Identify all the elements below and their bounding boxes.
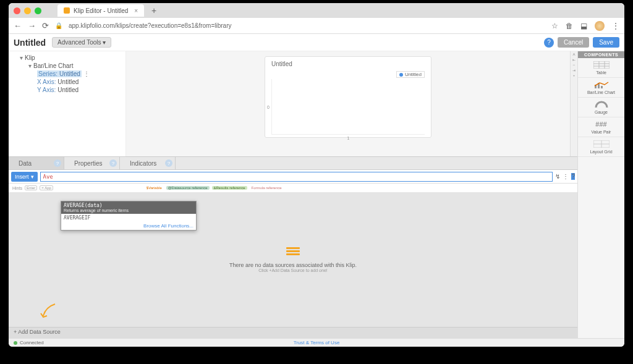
url-text[interactable]: app.klipfolio.com/klips/create?execution… xyxy=(69,22,545,29)
tab-indicators[interactable]: Indicators? xyxy=(120,157,176,169)
datasource-hint: @Datasource reference xyxy=(166,186,210,190)
connection-status: Connected xyxy=(20,340,44,345)
window-titlebar: Klip Editor - Untitled × + xyxy=(9,3,624,18)
profile-avatar[interactable] xyxy=(595,21,605,31)
forward-icon[interactable]: → xyxy=(28,21,36,30)
datasource-hint-text: Click +Add Data Source to add one! xyxy=(258,268,327,273)
svg-rect-7 xyxy=(601,86,603,88)
close-window-icon[interactable] xyxy=(14,7,20,14)
cancel-button[interactable]: Cancel xyxy=(558,37,589,48)
formula-menu-icon[interactable]: ⋮ xyxy=(563,173,569,180)
layoutgrid-icon xyxy=(592,140,611,148)
formula-help-icon[interactable]: ? xyxy=(571,173,575,180)
table-icon xyxy=(592,61,611,69)
favicon xyxy=(64,7,70,14)
new-tab-icon[interactable]: + xyxy=(151,6,156,15)
extension-icon[interactable]: ⬓ xyxy=(580,22,587,30)
component-layoutgrid[interactable]: Layout Grid xyxy=(578,137,624,157)
variable-hint: $Variable xyxy=(145,186,164,190)
minimize-window-icon[interactable] xyxy=(24,7,31,14)
advanced-tools-button[interactable]: Advanced Tools ▾ xyxy=(52,37,111,48)
apply-hint: = App xyxy=(40,185,53,190)
datasource-icon xyxy=(286,247,300,258)
align-center-icon[interactable]: ↔ xyxy=(572,63,576,67)
component-table[interactable]: Table xyxy=(578,58,624,78)
gauge-icon xyxy=(592,100,611,109)
datasource-empty-text: There are no data sources associated wit… xyxy=(229,262,357,268)
url-bar: ← → ⟳ 🔒 app.klipfolio.com/klips/create?e… xyxy=(9,18,624,34)
enter-key-hint: Enter xyxy=(25,185,37,190)
tree-barline[interactable]: ▾Bar/Line Chart xyxy=(12,62,122,70)
component-gauge[interactable]: Gauge xyxy=(578,98,624,117)
tree-klip[interactable]: ▾Klip xyxy=(12,54,122,62)
add-datasource-button[interactable]: + Add Data Source xyxy=(9,327,577,338)
lock-icon: 🔒 xyxy=(55,22,62,29)
klip-title[interactable]: Untitled xyxy=(14,38,46,48)
browser-tab[interactable]: Klip Editor - Untitled × xyxy=(57,4,144,17)
align-right-icon[interactable]: ⇥ xyxy=(572,68,576,72)
y-tick: 0 xyxy=(267,104,270,109)
browse-functions-link[interactable]: Browse All Functions... xyxy=(61,222,196,230)
panel-tabs: Data? Properties? Indicators? xyxy=(9,156,577,170)
chart-plot: 0 1 xyxy=(271,79,425,135)
expand-icon[interactable]: + xyxy=(573,74,576,77)
connection-dot-icon xyxy=(14,341,17,345)
menu-icon[interactable]: ⋮ xyxy=(612,22,619,30)
component-barline[interactable]: Bar/Line Chart xyxy=(578,78,624,98)
align-tools: A ⇤ ↔ ⇥ + xyxy=(570,51,577,156)
component-valuepair[interactable]: ### Value Pair xyxy=(578,117,624,137)
maximize-window-icon[interactable] xyxy=(35,7,41,14)
align-left-icon[interactable]: ⇤ xyxy=(572,57,576,62)
svg-rect-0 xyxy=(593,61,610,69)
tab-title: Klip Editor - Untitled xyxy=(74,7,128,14)
close-tab-icon[interactable]: × xyxy=(134,7,138,14)
back-icon[interactable]: ← xyxy=(14,21,22,30)
chart-legend[interactable]: Untitled xyxy=(396,71,425,78)
components-header: COMPONENTS xyxy=(578,51,624,58)
chart-preview: Untitled Untitled 0 1 xyxy=(265,56,431,138)
tree-series[interactable]: Series: Untitled ⋮ xyxy=(12,70,122,78)
app-toolbar: Untitled Advanced Tools ▾ ? Cancel Save xyxy=(9,34,624,51)
formula-hint: Formula reference xyxy=(250,186,284,190)
formula-input[interactable] xyxy=(40,172,553,182)
terms-link[interactable]: Trust & Terms of Use xyxy=(294,340,340,345)
tree-yaxis[interactable]: Y Axis: Untitled xyxy=(12,86,122,94)
help-icon[interactable]: ? xyxy=(544,38,554,48)
barline-icon xyxy=(592,80,611,89)
components-sidebar: COMPONENTS Table Bar/Line Chart Gauge ##… xyxy=(577,51,624,338)
trash-icon[interactable]: 🗑 xyxy=(566,22,573,30)
component-tree: ▾Klip ▾Bar/Line Chart Series: Untitled ⋮… xyxy=(9,51,126,156)
formula-action-icon[interactable]: ↯ xyxy=(555,173,560,180)
formula-bar: Insert ▾ ↯ ⋮ ? xyxy=(9,170,577,184)
insert-button[interactable]: Insert ▾ xyxy=(11,172,38,182)
hint-bar: Hints Enter = App $Variable @Datasource … xyxy=(9,184,577,192)
hints-label: Hints xyxy=(12,186,22,190)
status-bar: Connected Trust & Terms of Use xyxy=(9,338,624,347)
autocomplete-popup: AVERAGE(data) Returns average of numeric… xyxy=(61,201,197,231)
chart-title: Untitled xyxy=(271,61,425,70)
tab-data[interactable]: Data? xyxy=(9,157,64,169)
align-a-icon[interactable]: A xyxy=(572,53,575,56)
reload-icon[interactable]: ⟳ xyxy=(42,21,49,30)
results-hint: &Results reference xyxy=(212,186,247,190)
bookmark-icon[interactable]: ☆ xyxy=(551,22,558,30)
valuepair-icon: ### xyxy=(592,120,611,129)
autocomplete-item-selected[interactable]: AVERAGE(data) Returns average of numeric… xyxy=(61,201,196,214)
tab-properties[interactable]: Properties? xyxy=(64,157,120,169)
save-button[interactable]: Save xyxy=(593,37,619,48)
arrow-icon xyxy=(40,302,58,321)
tree-xaxis[interactable]: X Axis: Untitled xyxy=(12,78,122,86)
autocomplete-item[interactable]: AVERAGEIF xyxy=(61,214,196,222)
x-tick: 1 xyxy=(347,136,350,140)
